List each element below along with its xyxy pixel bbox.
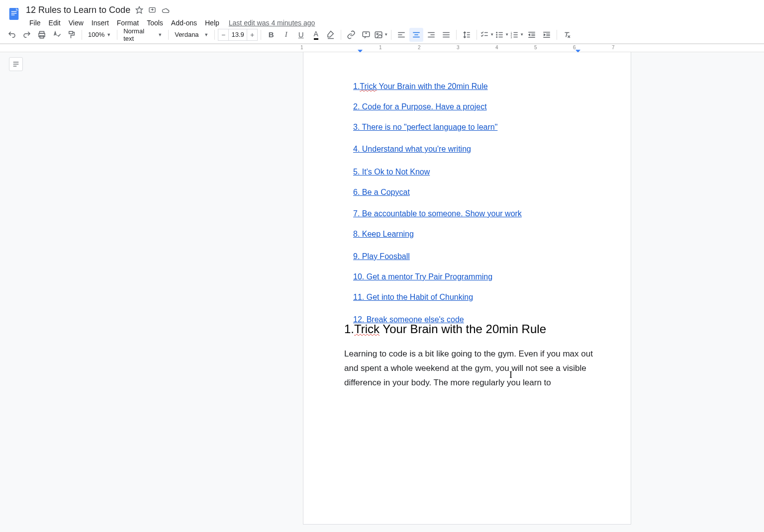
align-center-button[interactable]	[409, 28, 423, 42]
link-button[interactable]	[344, 28, 358, 42]
cloud-icon[interactable]	[161, 6, 170, 14]
separator	[557, 30, 557, 40]
toc-link-8[interactable]: 8. Keep Learning	[353, 230, 593, 239]
toc-link-1[interactable]: 1.Trick Your Brain with the 20min Rule	[353, 82, 593, 91]
app-header: 12 Rules to Learn to Code File Edit View…	[0, 0, 764, 26]
separator	[341, 30, 341, 40]
toc-link-10[interactable]: 10. Get a mentor Try Pair Programming	[353, 272, 593, 281]
ruler-tick: 4	[495, 45, 498, 50]
separator	[117, 30, 117, 40]
numbered-list-button[interactable]: 123▼	[510, 28, 524, 42]
separator	[214, 30, 215, 40]
svg-rect-2	[11, 13, 17, 13]
svg-text:3: 3	[511, 35, 512, 38]
document-page[interactable]: 1.Trick Your Brain with the 20min Rule 2…	[303, 52, 631, 525]
toc-link-6[interactable]: 6. Be a Copycat	[353, 188, 593, 197]
edit-status[interactable]: Last edit was 4 minutes ago	[229, 19, 315, 27]
menu-bar: File Edit View Insert Format Tools Add-o…	[26, 17, 315, 29]
star-icon[interactable]	[135, 6, 143, 14]
svg-rect-12	[363, 32, 370, 37]
paint-format-button[interactable]	[65, 28, 79, 42]
ruler-tick: 3	[457, 45, 460, 50]
font-select[interactable]: Verdana▼	[172, 31, 211, 38]
separator	[261, 30, 261, 40]
separator	[456, 30, 457, 40]
ruler-tick: 1	[379, 45, 382, 50]
svg-rect-1	[11, 11, 17, 12]
text-cursor: I	[509, 370, 512, 380]
ruler-tick: 7	[612, 45, 615, 50]
spellcheck-button[interactable]	[50, 28, 64, 42]
separator	[82, 30, 82, 40]
move-icon[interactable]	[148, 6, 156, 14]
font-size-decrease[interactable]: −	[218, 29, 229, 41]
toc-link-7[interactable]: 7. Be accountable to someone. Show your …	[353, 209, 593, 218]
undo-button[interactable]	[5, 28, 19, 42]
align-right-button[interactable]	[424, 28, 438, 42]
separator	[477, 30, 477, 40]
toc-link-2[interactable]: 2. Code for a Purpose. Have a project	[353, 102, 593, 111]
align-justify-button[interactable]	[439, 28, 453, 42]
svg-point-35	[496, 32, 497, 33]
toc-link-11[interactable]: 11. Get into the Habit of Chunking	[353, 293, 593, 302]
toc-link-4[interactable]: 4. Understand what you're writing	[353, 145, 593, 154]
toc-link-3[interactable]: 3. There is no "perfect language to lear…	[353, 123, 593, 132]
font-size-increase[interactable]: +	[247, 29, 258, 41]
print-button[interactable]	[35, 28, 49, 42]
svg-point-16	[377, 33, 378, 35]
svg-rect-3	[11, 14, 15, 15]
svg-rect-10	[69, 31, 73, 34]
ruler-tick: 2	[418, 45, 421, 50]
indent-button[interactable]	[540, 28, 554, 42]
header-main: 12 Rules to Learn to Code File Edit View…	[26, 4, 315, 29]
menu-file[interactable]: File	[26, 18, 44, 28]
highlight-button[interactable]	[324, 28, 338, 42]
svg-point-37	[496, 34, 497, 35]
menu-help[interactable]: Help	[201, 18, 223, 28]
text-color-button[interactable]: A	[309, 28, 323, 42]
font-size-control: − 13.9 +	[218, 29, 258, 41]
toc-link-9[interactable]: 9. Play Foosball	[353, 252, 593, 261]
underline-button[interactable]: U	[294, 28, 308, 42]
checklist-button[interactable]: ▼	[480, 28, 494, 42]
ruler[interactable]: 1 1 2 3 4 5 6 7	[0, 44, 764, 52]
italic-button[interactable]: I	[279, 28, 293, 42]
outline-toggle[interactable]	[9, 57, 23, 71]
doc-title[interactable]: 12 Rules to Learn to Code	[26, 5, 130, 15]
svg-marker-4	[136, 6, 142, 13]
line-spacing-button[interactable]	[460, 28, 474, 42]
align-left-button[interactable]	[394, 28, 408, 42]
clear-format-button[interactable]	[560, 28, 574, 42]
heading-1: 1.Trick Your Brain with the 20min Rule	[344, 322, 593, 336]
comment-button[interactable]	[359, 28, 373, 42]
workspace: 1 1 2 3 4 5 6 7 1.Trick Your Brain with …	[0, 44, 764, 532]
outdent-button[interactable]	[525, 28, 539, 42]
ruler-tick: 1	[300, 45, 303, 50]
bold-button[interactable]: B	[264, 28, 278, 42]
menu-view[interactable]: View	[65, 18, 87, 28]
menu-insert[interactable]: Insert	[88, 18, 112, 28]
ruler-tick: 5	[534, 45, 537, 50]
body-paragraph: Learning to code is a bit like going to …	[344, 347, 593, 390]
menu-addons[interactable]: Add-ons	[168, 18, 200, 28]
bullet-list-button[interactable]: ▼	[495, 28, 509, 42]
menu-tools[interactable]: Tools	[143, 18, 167, 28]
separator	[168, 30, 169, 40]
redo-button[interactable]	[20, 28, 34, 42]
font-size-input[interactable]: 13.9	[229, 29, 247, 41]
zoom-select[interactable]: 100%▼	[85, 31, 114, 38]
menu-format[interactable]: Format	[113, 18, 142, 28]
style-select[interactable]: Normal text▼	[120, 27, 165, 42]
toc-link-5[interactable]: 5. It's Ok to Not Know	[353, 168, 593, 177]
menu-edit[interactable]: Edit	[45, 18, 64, 28]
separator	[391, 30, 391, 40]
svg-point-39	[496, 36, 497, 37]
docs-logo[interactable]	[4, 4, 24, 24]
image-button[interactable]: ▼	[374, 28, 388, 42]
